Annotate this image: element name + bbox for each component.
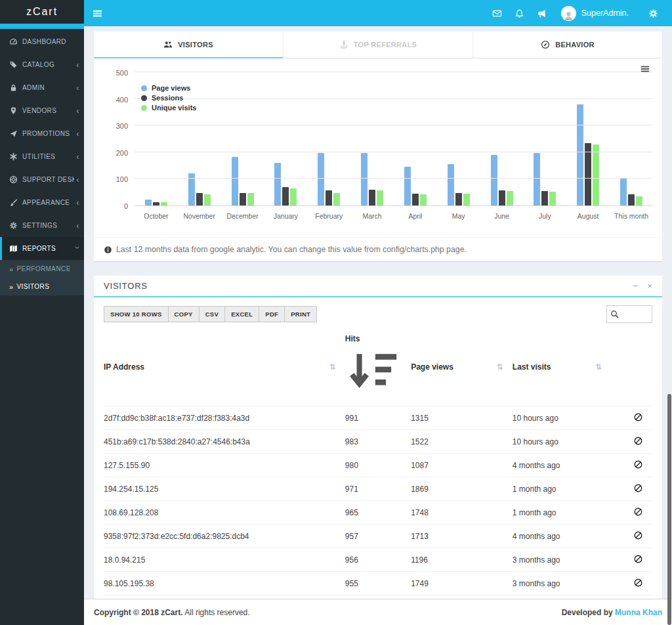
chart-export-menu-button[interactable] <box>639 64 652 74</box>
legend-item-sessions[interactable]: Sessions <box>141 93 196 103</box>
bar-sessions[interactable] <box>412 194 419 205</box>
bar-unique-visits[interactable] <box>420 194 427 205</box>
bar-sessions[interactable] <box>369 190 375 205</box>
print-button[interactable]: PRINT <box>284 306 317 322</box>
tab-behavior[interactable]: BEHAVIOR <box>472 32 662 58</box>
ban-icon[interactable] <box>633 436 643 446</box>
close-button[interactable]: × <box>647 282 652 290</box>
legend-item-page-views[interactable]: Page views <box>141 83 196 93</box>
bar-unique-visits[interactable] <box>290 188 297 205</box>
sidebar-item-reports[interactable]: REPORTS‹ <box>0 237 84 260</box>
csv-button[interactable]: CSV <box>199 306 225 322</box>
sort-desc-icon[interactable] <box>345 343 402 400</box>
bar-unique-visits[interactable] <box>549 192 556 205</box>
sidebar-item-promotions[interactable]: PROMOTIONS‹ <box>0 122 84 145</box>
bar-page-views[interactable] <box>577 104 583 205</box>
developer-link[interactable]: Munna Khan <box>615 608 662 617</box>
ban-icon[interactable] <box>633 483 643 493</box>
show-10-rows-button[interactable]: SHOW 10 ROWS <box>104 306 169 322</box>
ban-icon[interactable] <box>633 507 643 517</box>
ban-icon[interactable] <box>633 460 643 469</box>
bar-unique-visits[interactable] <box>333 193 340 205</box>
notifications-button[interactable] <box>509 0 531 26</box>
column-header-last-visits[interactable]: Last visits⇅ <box>513 328 611 406</box>
sidebar-item-vendors[interactable]: VENDORS‹ <box>0 99 84 122</box>
sort-icon[interactable]: ⇅ <box>595 362 602 372</box>
tab-top-referrals[interactable]: TOP REFERRALS <box>283 32 472 58</box>
column-header-ip-address[interactable]: IP Address⇅ <box>104 328 345 406</box>
cell-hits: 971 <box>345 477 411 501</box>
sidebar-item-support-desk[interactable]: SUPPORT DESK‹ <box>0 168 84 191</box>
sort-icon[interactable]: ⇅ <box>497 362 503 372</box>
bar-page-views[interactable] <box>274 163 281 205</box>
bar-unique-visits[interactable] <box>507 191 513 205</box>
bar-sessions[interactable] <box>153 202 159 205</box>
cell-last-visits: 10 hours ago <box>513 406 611 430</box>
tab-label: BEHAVIOR <box>555 41 595 49</box>
bar-page-views[interactable] <box>404 167 411 205</box>
column-label: IP Address <box>104 362 144 372</box>
collapse-button[interactable]: − <box>633 282 639 290</box>
messages-button[interactable] <box>486 0 509 26</box>
column-header-hits[interactable]: Hits <box>345 328 411 406</box>
sidebar-item-settings[interactable]: SETTINGS‹ <box>0 214 84 237</box>
legend-label: Page views <box>152 83 190 93</box>
bar-page-views[interactable] <box>145 200 152 205</box>
bar-page-views[interactable] <box>620 179 627 205</box>
sidebar-item-dashboard[interactable]: DASHBOARD <box>0 30 84 53</box>
bar-page-views[interactable] <box>491 155 497 205</box>
bar-sessions[interactable] <box>455 193 462 206</box>
bar-unique-visits[interactable] <box>636 196 642 205</box>
bar-sessions[interactable] <box>326 190 332 205</box>
bar-sessions[interactable] <box>196 193 203 206</box>
bar-unique-visits[interactable] <box>247 193 254 205</box>
bar-page-views[interactable] <box>318 153 324 205</box>
sidebar-item-appearance[interactable]: APPEARANCE‹ <box>0 191 84 214</box>
sidebar-item-utilities[interactable]: UTILITIES‹ <box>0 145 84 168</box>
legend-item-unique-visits[interactable]: Unique visits <box>141 103 196 113</box>
bar-unique-visits[interactable] <box>463 194 470 205</box>
scrollbar-thumb[interactable] <box>667 394 671 625</box>
bar-unique-visits[interactable] <box>377 190 383 205</box>
bar-sessions[interactable] <box>499 190 505 205</box>
bar-sessions[interactable] <box>628 194 635 205</box>
sidebar-toggle-button[interactable] <box>84 0 110 26</box>
sidebar-subitem-visitors[interactable]: »VISITORS <box>0 278 84 295</box>
sidebar-subitem-label: VISITORS <box>17 283 50 290</box>
sidebar-subitem-performance[interactable]: »PERFORMANCE <box>0 260 84 278</box>
excel-button[interactable]: EXCEL <box>224 306 259 322</box>
pdf-button[interactable]: PDF <box>259 306 285 322</box>
app-logo[interactable]: zCart <box>0 0 84 24</box>
bar-unique-visits[interactable] <box>204 194 211 205</box>
x-axis-label: November <box>178 207 221 220</box>
bar-page-views[interactable] <box>232 157 238 205</box>
bar-sessions[interactable] <box>585 143 591 205</box>
bar-unique-visits[interactable] <box>161 202 167 205</box>
cell-page-views: 1196 <box>411 548 513 572</box>
bar-unique-visits[interactable] <box>593 144 599 205</box>
paper-plane-icon <box>9 129 18 138</box>
sidebar-item-label: SUPPORT DESK <box>22 176 74 183</box>
user-menu[interactable]: SuperAdmin. <box>553 6 638 21</box>
bar-sessions[interactable] <box>240 193 246 206</box>
ban-icon[interactable] <box>633 578 643 588</box>
bar-sessions[interactable] <box>282 187 289 205</box>
announcements-button[interactable] <box>531 0 553 26</box>
bar-sessions[interactable] <box>541 191 548 205</box>
ban-icon[interactable] <box>633 412 643 422</box>
developer-prefix: Developed by <box>562 608 615 617</box>
sidebar-item-admin[interactable]: ADMIN‹ <box>0 76 84 99</box>
tab-visitors[interactable]: VISITORS <box>94 32 283 58</box>
settings-gear-button[interactable] <box>642 0 664 26</box>
sidebar-item-catalog[interactable]: CATALOG‹ <box>0 53 84 76</box>
ban-icon[interactable] <box>633 554 643 564</box>
bar-page-views[interactable] <box>448 164 454 205</box>
column-header-page-views[interactable]: Page views⇅ <box>411 328 513 406</box>
sort-icon[interactable]: ⇅ <box>329 362 336 372</box>
table-row: 9358:97f2:373d:e2cc:5fd:d6a2:9825:dcb495… <box>104 525 652 548</box>
ban-icon[interactable] <box>633 530 643 540</box>
copy-button[interactable]: COPY <box>168 306 200 322</box>
bar-page-views[interactable] <box>534 153 540 205</box>
cell-hits: 980 <box>345 454 411 477</box>
bar-page-views[interactable] <box>361 153 368 205</box>
